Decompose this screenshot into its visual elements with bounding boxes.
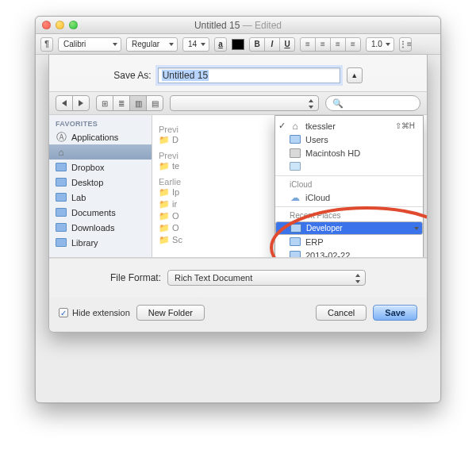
text-color-button[interactable]: a — [214, 37, 227, 52]
list-view-button[interactable]: ≣ — [113, 95, 130, 111]
save-button[interactable]: Save — [373, 305, 417, 321]
back-button[interactable] — [56, 95, 73, 111]
folder-icon — [56, 177, 67, 188]
filename-input[interactable]: Untitled 15 — [158, 67, 340, 83]
dropdown-item-developer[interactable]: Developer — [275, 221, 423, 235]
app-window: Untitled 15 — Edited ¶ Calibri Regular 1… — [35, 16, 441, 403]
folder-icon — [56, 222, 67, 233]
browser-toolbar: ⊞ ≣ ▥ ▤ 🔍 — [49, 91, 427, 115]
editor-toolbar: ¶ Calibri Regular 14 a B I U ≡ ≡ ≡ ≡ 1.0… — [36, 34, 440, 55]
dropdown-item-macintosh-hd[interactable]: Macintosh HD — [275, 146, 423, 160]
icon-view-button[interactable]: ⊞ — [96, 95, 113, 111]
underline-button[interactable]: U — [279, 37, 295, 52]
keyboard-shortcut: ⇧⌘H — [395, 121, 415, 130]
sidebar-item-lab[interactable]: Lab — [49, 190, 152, 205]
separator — [275, 206, 423, 207]
search-input[interactable]: 🔍 — [325, 95, 420, 111]
view-segment: ⊞ ≣ ▥ ▤ — [96, 95, 163, 111]
path-popup[interactable] — [170, 95, 319, 111]
list-button[interactable]: ⋮≡ — [399, 37, 412, 52]
folder-icon — [56, 192, 67, 203]
separator — [275, 175, 423, 176]
save-sheet: Save As: Untitled 15 ▲ ⊞ ≣ ▥ ▤ — [48, 55, 428, 333]
search-icon: 🔍 — [332, 98, 344, 109]
content-preview: Previ 📁 D Previ 📁 te Earlie 📁 Ip 📁 ir 📁 … — [159, 120, 182, 246]
hide-extension-checkbox[interactable]: ✓ Hide extension — [59, 308, 130, 317]
chevron-right-icon — [79, 100, 83, 106]
chevron-left-icon — [62, 100, 67, 106]
sidebar-item-downloads[interactable]: Downloads — [49, 220, 152, 235]
file-format-row: File Format: Rich Text Document — [49, 258, 427, 297]
save-as-label: Save As: — [113, 70, 151, 81]
bottom-bar: ✓ Hide extension New Folder Cancel Save — [49, 297, 427, 332]
paragraph-style-button[interactable]: ¶ — [40, 37, 53, 52]
align-right-button[interactable]: ≡ — [330, 37, 346, 52]
align-left-button[interactable]: ≡ — [300, 37, 316, 52]
folder-icon — [290, 250, 301, 258]
browser-content[interactable]: Previ 📁 D Previ 📁 te Earlie 📁 Ip 📁 ir 📁 … — [152, 115, 427, 257]
folder-icon — [290, 223, 301, 234]
dropdown-item-tkessler[interactable]: ✓ ⌂ tkessler ⇧⌘H — [275, 119, 423, 133]
coverflow-view-button[interactable]: ▤ — [146, 95, 163, 111]
drive-icon — [290, 148, 301, 159]
sidebar-item-dropbox[interactable]: Dropbox — [49, 160, 152, 175]
new-folder-button[interactable]: New Folder — [136, 305, 205, 321]
sidebar-item-library[interactable]: Library — [49, 235, 152, 250]
popup-arrows-icon — [307, 99, 314, 109]
expand-collapse-button[interactable]: ▲ — [347, 67, 363, 83]
nav-segment — [56, 95, 90, 111]
column-view-button[interactable]: ▥ — [129, 95, 147, 111]
dropdown-item-erp[interactable]: ERP — [275, 235, 423, 248]
folder-icon — [56, 237, 67, 248]
dropdown-item-icloud[interactable]: ☁iCloud — [275, 190, 423, 204]
font-size-select[interactable]: 14 — [182, 37, 209, 52]
save-as-row: Save As: Untitled 15 ▲ — [49, 55, 427, 91]
alignment-segment: ≡ ≡ ≡ ≡ — [300, 37, 361, 52]
popup-arrows-icon — [354, 274, 361, 283]
dropdown-item-computer[interactable] — [275, 160, 423, 173]
titlebar[interactable]: Untitled 15 — Edited — [36, 17, 440, 34]
sidebar-item-desktop[interactable]: Desktop — [49, 175, 152, 190]
sidebar-item-home[interactable]: ⌂ — [49, 144, 152, 160]
cloud-icon: ☁ — [290, 192, 301, 203]
dropdown-section-icloud: iCloud — [275, 179, 423, 190]
folder-icon — [290, 236, 301, 248]
filename-value: Untitled 15 — [162, 70, 209, 81]
sidebar-item-applications[interactable]: ⒶApplications — [49, 129, 152, 144]
window-title: Untitled 15 — Edited — [36, 20, 440, 31]
checkbox-icon: ✓ — [59, 308, 68, 317]
dropdown-item-date[interactable]: 2013-02-22 — [275, 248, 423, 257]
check-icon: ✓ — [278, 121, 286, 131]
dropdown-section-recent: Recent Places — [275, 210, 423, 221]
file-format-label: File Format: — [110, 272, 161, 283]
dropdown-item-users[interactable]: Users — [275, 133, 423, 146]
font-family-select[interactable]: Calibri — [58, 37, 121, 52]
font-style-select[interactable]: Regular — [126, 37, 178, 52]
folder-icon — [290, 134, 301, 145]
applications-icon: Ⓐ — [56, 132, 67, 143]
bold-button[interactable]: B — [249, 37, 265, 52]
file-format-select[interactable]: Rich Text Document — [167, 270, 366, 286]
text-style-segment: B I U — [249, 37, 295, 52]
folder-icon — [56, 207, 67, 218]
sidebar-header-favorites: FAVORITES — [49, 118, 152, 129]
sidebar: FAVORITES ⒶApplications ⌂ Dropbox Deskto… — [49, 115, 152, 257]
document-title: Untitled 15 — [194, 20, 240, 31]
display-icon — [290, 161, 301, 172]
align-center-button[interactable]: ≡ — [315, 37, 331, 52]
sidebar-item-documents[interactable]: Documents — [49, 205, 152, 220]
cancel-button[interactable]: Cancel — [316, 305, 367, 321]
home-icon: ⌂ — [56, 147, 67, 158]
color-swatch[interactable] — [232, 39, 244, 50]
path-dropdown-menu: ✓ ⌂ tkessler ⇧⌘H Users Macintosh HD iClo… — [274, 115, 424, 257]
edited-indicator: — Edited — [240, 20, 282, 31]
folder-icon — [56, 162, 67, 173]
forward-button[interactable] — [72, 95, 90, 111]
line-spacing-select[interactable]: 1.0 — [366, 37, 394, 52]
file-browser: FAVORITES ⒶApplications ⌂ Dropbox Deskto… — [49, 115, 427, 258]
align-justify-button[interactable]: ≡ — [345, 37, 361, 52]
home-icon: ⌂ — [290, 121, 301, 132]
italic-button[interactable]: I — [264, 37, 280, 52]
